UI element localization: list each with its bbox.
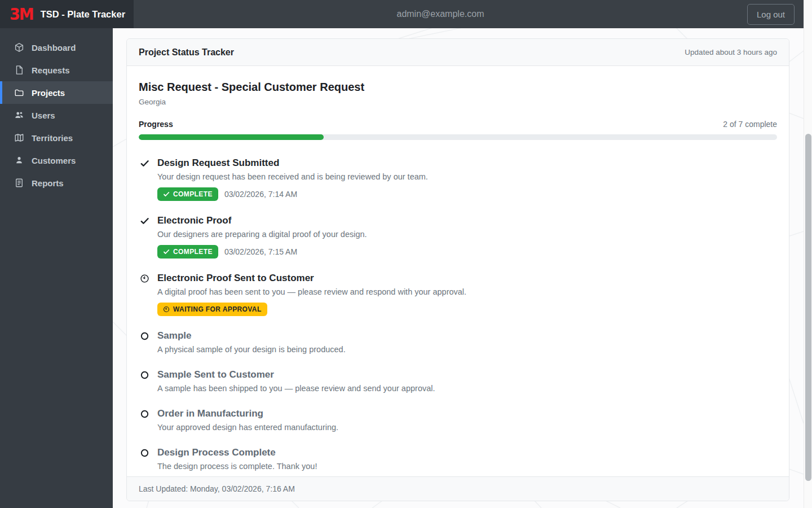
step-title: Design Process Complete [157,446,317,459]
status-badge: WAITING FOR APPROVAL [157,303,267,316]
updated-timestamp: Updated about 3 hours ago [685,48,777,56]
project-territory: Georgia [139,98,777,106]
sidebar-item-label: Reports [32,178,64,188]
app-title: TSD - Plate Tracker [41,9,125,20]
sidebar-item-label: Projects [32,88,65,98]
cube-icon [14,42,24,53]
status-step: Design Request SubmittedYour design requ… [139,157,777,201]
sidebar-item-territories[interactable]: Territories [0,126,113,149]
step-title: Sample [157,330,346,342]
folder-icon [14,87,24,98]
step-body: Electronic Proof Sent to CustomerA digit… [157,272,466,316]
step-body: Order in ManufacturingYour approved desi… [157,408,338,433]
map-icon [14,133,24,143]
status-badge-label: COMPLETE [173,190,213,198]
sidebar-item-label: Territories [32,133,73,143]
card-title: Project Status Tracker [139,47,234,58]
users-icon [14,110,24,121]
status-badge: COMPLETE [157,245,218,259]
step-body: Electronic ProofOur designers are prepar… [157,214,367,259]
sidebar-item-reports[interactable]: Reports [0,172,113,194]
step-description: Our designers are preparing a digital pr… [157,229,367,240]
status-badge: COMPLETE [157,187,218,201]
card-header: Project Status Tracker Updated about 3 h… [127,39,789,66]
status-step: Electronic Proof Sent to CustomerA digit… [139,272,777,316]
step-description: Your approved design has entered manufac… [157,422,338,433]
user-email: admin@example.com [134,9,747,19]
circle-icon [139,369,150,381]
status-step: Electronic ProofOur designers are prepar… [139,214,777,259]
step-description: A digital proof has been sent to you — p… [157,286,466,297]
sidebar-item-projects[interactable]: Projects [0,81,113,104]
step-meta: COMPLETE03/02/2026, 7:15 AM [157,245,367,259]
status-badge-label: WAITING FOR APPROVAL [173,305,262,313]
sidebar-item-requests[interactable]: Requests [0,59,113,81]
step-description: A sample has been shipped to you — pleas… [157,383,435,394]
report-icon [14,178,24,189]
main-content: Project Status Tracker Updated about 3 h… [113,28,804,508]
step-title: Design Request Submitted [157,157,428,169]
status-step: SampleA physical sample of your design i… [139,330,777,355]
step-meta: COMPLETE03/02/2026, 7:14 AM [157,187,428,201]
badge-clock-icon [163,306,170,313]
step-body: Sample Sent to CustomerA sample has been… [157,369,435,394]
3m-logo: 3M [10,6,33,22]
logout-button[interactable]: Log out [747,4,795,25]
step-title: Electronic Proof Sent to Customer [157,272,466,284]
sidebar: DashboardRequestsProjectsUsersTerritorie… [0,28,113,508]
step-description: A physical sample of your design is bein… [157,344,346,355]
step-title: Electronic Proof [157,214,367,227]
progress-bar-fill [139,134,324,140]
sidebar-item-label: Dashboard [32,43,76,52]
check-icon [139,214,150,227]
circle-icon [139,408,150,420]
scrollbar-thumb[interactable] [805,134,811,481]
step-meta: WAITING FOR APPROVAL [157,303,466,316]
step-title: Sample Sent to Customer [157,369,435,381]
status-step: Sample Sent to CustomerA sample has been… [139,369,777,394]
last-updated-text: Last Updated: Monday, 03/02/2026, 7:16 A… [139,484,295,493]
badge-check-icon [163,191,170,198]
status-badge-label: COMPLETE [173,248,213,256]
card-footer: Last Updated: Monday, 03/02/2026, 7:16 A… [127,476,789,501]
status-step: Order in ManufacturingYour approved desi… [139,408,777,433]
progress-summary: 2 of 7 complete [723,120,777,129]
step-timestamp: 03/02/2026, 7:15 AM [224,247,297,256]
project-title: Misc Request - Special Customer Request [139,81,777,94]
step-description: The design process is complete. Thank yo… [157,461,317,472]
person-icon [14,155,24,166]
sidebar-item-users[interactable]: Users [0,104,113,126]
card-body: Misc Request - Special Customer Request … [127,66,789,476]
status-steps-list: Design Request SubmittedYour design requ… [139,157,777,472]
circle-icon [139,330,150,342]
page-scrollbar[interactable] [804,0,812,508]
progress-header: Progress 2 of 7 complete [139,120,777,129]
sidebar-item-label: Customers [32,156,76,165]
badge-check-icon [163,248,170,255]
sidebar-item-customers[interactable]: Customers [0,149,113,172]
step-title: Order in Manufacturing [157,408,338,420]
project-status-card: Project Status Tracker Updated about 3 h… [126,38,789,501]
sidebar-item-label: Users [32,111,55,120]
step-timestamp: 03/02/2026, 7:14 AM [224,190,297,199]
brand: 3M TSD - Plate Tracker [0,0,134,28]
file-icon [14,65,24,76]
step-body: Design Request SubmittedYour design requ… [157,157,428,201]
sidebar-item-label: Requests [32,65,70,75]
step-description: Your design request has been received an… [157,171,428,182]
status-step: Design Process CompleteThe design proces… [139,446,777,472]
check-icon [139,157,150,169]
clock-icon [139,272,150,284]
progress-bar-track [139,134,777,140]
topbar: 3M TSD - Plate Tracker admin@example.com… [0,0,812,28]
sidebar-item-dashboard[interactable]: Dashboard [0,36,113,59]
circle-icon [139,446,150,459]
step-body: SampleA physical sample of your design i… [157,330,346,355]
progress-label: Progress [139,120,173,129]
step-body: Design Process CompleteThe design proces… [157,446,317,472]
